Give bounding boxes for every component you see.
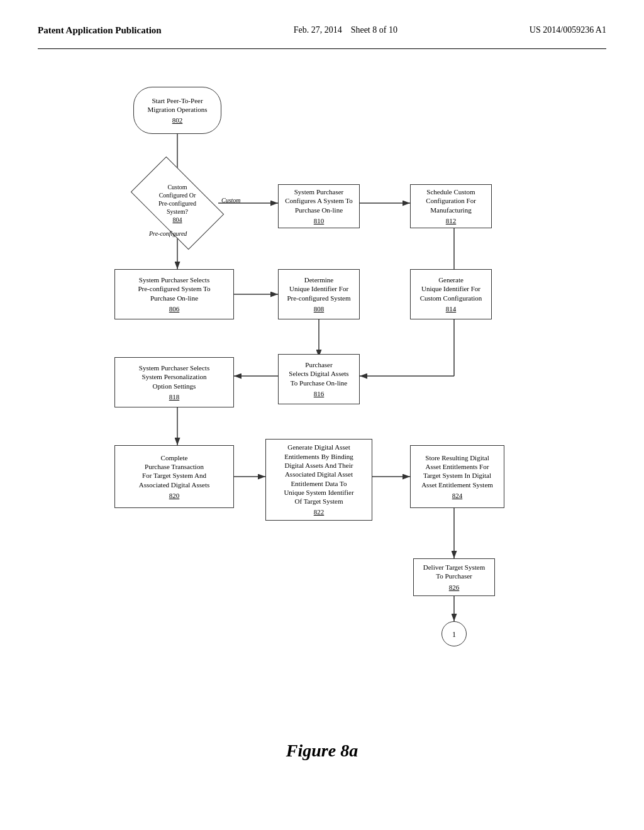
node-804: CustomConfigured OrPre-configuredSystem?… xyxy=(136,178,218,228)
page: Patent Application Publication Feb. 27, … xyxy=(0,0,644,830)
node-810: System PurchaserConfigures A System ToPu… xyxy=(278,184,360,228)
node-816: PurchaserSelects Digital AssetsTo Purcha… xyxy=(278,354,360,404)
header: Patent Application Publication Feb. 27, … xyxy=(38,25,606,36)
node-802: Start Peer-To-PeerMigration Operations 8… xyxy=(133,87,221,134)
node-818: System Purchaser SelectsSystem Personali… xyxy=(114,357,234,407)
node-806: System Purchaser SelectsPre-configured S… xyxy=(114,269,234,319)
connector-1: 1 xyxy=(441,621,467,646)
node-822: Generate Digital AssetEntitlements By Bi… xyxy=(265,439,372,521)
node-820: CompletePurchase TransactionFor Target S… xyxy=(114,445,234,508)
node-826: Deliver Target SystemTo Purchaser 826 xyxy=(413,558,495,596)
header-left: Patent Application Publication xyxy=(38,25,162,36)
flowchart-diagram: Start Peer-To-PeerMigration Operations 8… xyxy=(52,68,592,728)
diamond-custom-label: Custom xyxy=(221,197,241,204)
node-808: DetermineUnique Identifier ForPre-config… xyxy=(278,269,360,319)
node-814: GenerateUnique Identifier ForCustom Conf… xyxy=(410,269,492,319)
node-824: Store Resulting DigitalAsset Entitlement… xyxy=(410,445,504,508)
node-812: Schedule CustomConfiguration ForManufact… xyxy=(410,184,492,228)
diamond-preconfigured-label: Pre-configured xyxy=(149,230,187,237)
header-right: US 2014/0059236 A1 xyxy=(530,25,606,35)
header-center: Feb. 27, 2014 Sheet 8 of 10 xyxy=(294,25,397,35)
header-divider xyxy=(38,48,606,49)
figure-label: Figure 8a xyxy=(38,741,606,761)
